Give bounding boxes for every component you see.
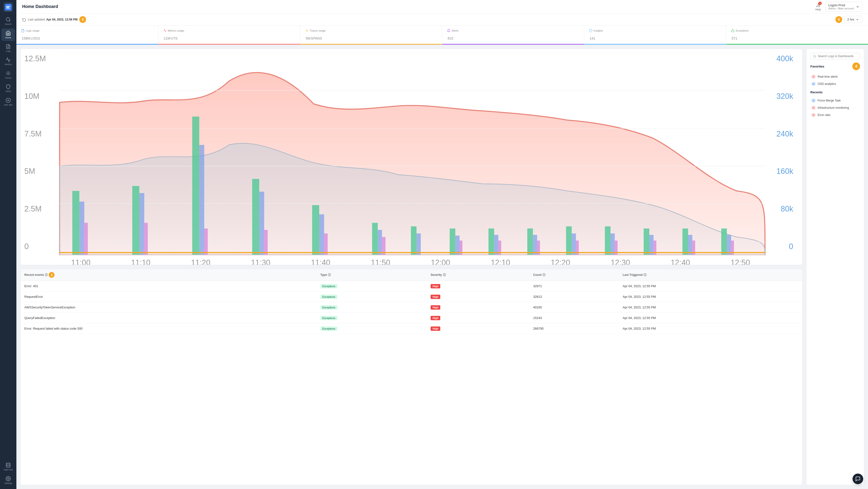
event-triggered: Apr 04, 2023, 12:55 PM	[619, 292, 802, 302]
stat-metrics[interactable]: Metrics usage 11MUTS	[158, 26, 301, 44]
sidebar-item-home[interactable]: Home	[1, 28, 15, 41]
sidebar-item-metrics[interactable]: Metrics	[1, 55, 15, 68]
svg-rect-37	[140, 193, 144, 255]
stat-alerts[interactable]: Alerts 815	[442, 26, 584, 44]
event-triggered: Apr 04, 2023, 12:55 PM	[619, 323, 802, 334]
svg-text:5M: 5M	[24, 167, 35, 176]
sidebar-item-logs[interactable]: Logs	[1, 42, 15, 55]
sidebar-item-k8s360[interactable]: K8S 360	[1, 96, 15, 108]
svg-text:12:10: 12:10	[491, 258, 510, 265]
svg-rect-65	[605, 226, 611, 255]
svg-point-1	[6, 18, 10, 21]
recents-link[interactable]: Infrastructure monitoring	[810, 104, 860, 112]
time-selector[interactable]: 2 hrs	[844, 16, 862, 23]
svg-text:12:50: 12:50	[731, 258, 750, 265]
table-row: RequestError Exceptions High 32613 Apr 0…	[21, 292, 802, 302]
event-severity: High	[427, 323, 529, 334]
svg-text:10M: 10M	[24, 92, 39, 100]
col-type: Type ⓘ	[317, 269, 427, 281]
time-filter: 5 2 hrs	[835, 16, 862, 23]
sidebar-item-settings[interactable]: Settings	[1, 474, 15, 487]
svg-text:11:00: 11:00	[71, 258, 90, 265]
sidebar-item-traces[interactable]: Traces	[1, 69, 15, 81]
event-triggered: Apr 04, 2023, 12:55 PM	[619, 302, 802, 313]
event-type: Exceptions	[317, 323, 427, 334]
dashboard-search-input[interactable]	[818, 55, 858, 58]
stat-traces-value: 5MSPANS	[305, 34, 437, 41]
event-count: 32971	[529, 281, 619, 292]
last-updated: Last updated: Apr 04, 2023, 12:56 PM 5	[22, 16, 86, 23]
stat-logs[interactable]: Logs usage 158MLOGS	[17, 26, 158, 44]
table-panel: Recent events ⓘ 3 Type ⓘ	[20, 269, 802, 485]
svg-rect-34	[79, 202, 84, 255]
sub-header: Last updated: Apr 04, 2023, 12:56 PM 5 5…	[17, 13, 868, 26]
favorites-link[interactable]: OSD analytics	[810, 80, 860, 88]
svg-point-91	[812, 76, 814, 78]
svg-rect-47	[324, 234, 328, 255]
svg-rect-71	[682, 228, 688, 255]
user-name: Logzio Prod	[828, 3, 854, 7]
stat-exceptions[interactable]: Exceptions 571	[726, 26, 868, 44]
user-menu[interactable]: Logzio Prod Admin | Main account	[826, 2, 862, 11]
svg-rect-44	[264, 230, 268, 255]
table-badge: 3	[49, 272, 55, 278]
favorites-link[interactable]: Real time alerts	[810, 73, 860, 80]
event-type: Exceptions	[317, 302, 427, 313]
svg-text:0: 0	[789, 242, 793, 251]
svg-text:400k: 400k	[776, 54, 794, 63]
svg-text:12:30: 12:30	[611, 258, 630, 265]
svg-rect-52	[416, 234, 421, 255]
chart-svg: 12.5M 10M 7.5M 5M 2.5M 0 400k 320k 240k	[24, 53, 800, 265]
svg-text:11:10: 11:10	[131, 258, 150, 265]
dashboard-search[interactable]	[810, 53, 860, 60]
event-severity: High	[427, 313, 529, 323]
stat-insights[interactable]: Insights 141	[584, 26, 726, 44]
help-badge: 1	[818, 2, 822, 5]
stat-logs-label: Logs usage	[21, 29, 153, 32]
svg-rect-53	[450, 228, 455, 255]
chat-button[interactable]	[852, 473, 863, 484]
favorites-list: Real time alerts OSD analytics	[810, 73, 860, 88]
page-title: Home Dashboard	[22, 4, 58, 9]
svg-rect-72	[688, 235, 692, 255]
svg-text:240k: 240k	[776, 129, 794, 138]
table-row: QueryFailedException Exceptions High 152…	[21, 313, 802, 323]
svg-rect-59	[527, 228, 533, 255]
svg-rect-46	[319, 214, 324, 255]
svg-rect-68	[644, 228, 649, 255]
header-actions: 1 Help Logzio Prod Admin | Main account	[815, 2, 862, 11]
dashboard-link-label: Infrastructure monitoring	[817, 106, 849, 110]
svg-rect-48	[372, 223, 378, 255]
right-sidebar: Favorites 4 Real time alerts OSD analyti…	[806, 49, 864, 485]
recents-title: Recents	[810, 90, 860, 94]
help-button[interactable]: 1 Help	[815, 3, 821, 11]
sidebar-item-data-hub[interactable]: Data Hub	[1, 461, 15, 473]
svg-text:12:00: 12:00	[431, 258, 451, 265]
svg-rect-38	[144, 223, 148, 255]
sidebar-item-search[interactable]: Search	[1, 15, 15, 28]
sidebar-item-siem[interactable]: SIEM	[1, 82, 15, 95]
stat-traces[interactable]: Traces usage 5MSPANS	[301, 26, 442, 44]
svg-point-93	[812, 99, 814, 101]
event-type: Exceptions	[317, 313, 427, 323]
dashboard-icon	[811, 113, 816, 117]
svg-text:11:50: 11:50	[371, 258, 390, 265]
table-row: Error: 401 Exceptions High 32971 Apr 04,…	[21, 281, 802, 292]
sidebar: Search Home Logs Metrics	[0, 0, 17, 489]
recents-link[interactable]: Error ratio	[810, 112, 860, 119]
dashboard-link-label: Force Merge Task	[817, 99, 841, 102]
dashboard-link-label: Error ratio	[817, 113, 830, 117]
svg-point-6	[6, 463, 10, 464]
user-role: Admin | Main account	[828, 7, 854, 10]
dashboard-link-label: OSD analytics	[817, 82, 836, 86]
col-triggered: Last Triggered ⓘ	[619, 269, 802, 281]
time-badge: 5	[835, 16, 842, 23]
svg-rect-45	[312, 205, 319, 255]
recents-link[interactable]: Force Merge Task	[810, 97, 860, 104]
recents-list: Force Merge Task Infrastructure monitori…	[810, 97, 860, 119]
table-row: AWSSecurityTokenServiceException Excepti…	[21, 302, 802, 313]
event-severity: High	[427, 302, 529, 313]
app-logo[interactable]	[3, 2, 13, 12]
stat-logs-value: 158MLOGS	[21, 34, 153, 41]
svg-rect-40	[199, 145, 204, 255]
